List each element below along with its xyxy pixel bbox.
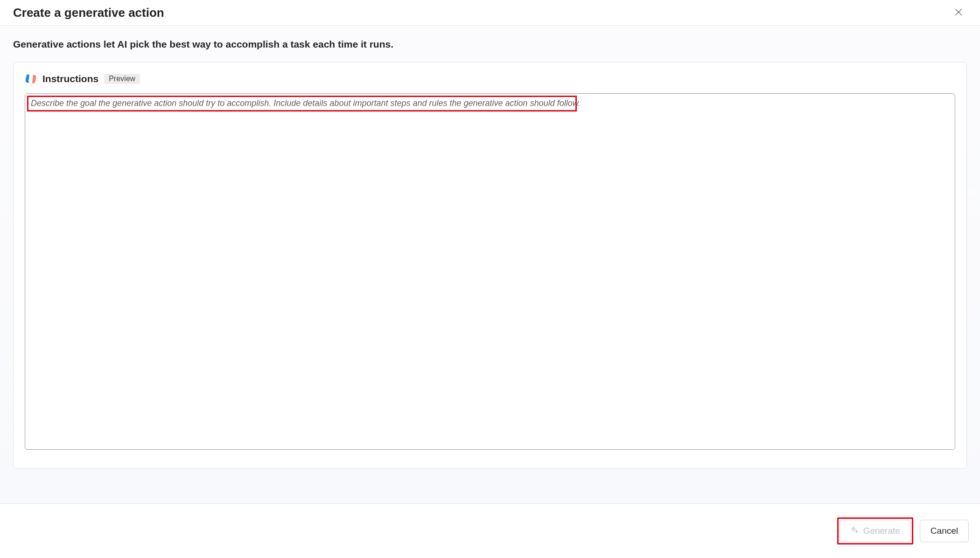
cancel-button[interactable]: Cancel	[920, 520, 969, 542]
dialog-title: Create a generative action	[13, 6, 164, 20]
close-icon	[954, 7, 963, 18]
dialog-description: Generative actions let AI pick the best …	[13, 26, 967, 62]
preview-badge: Preview	[104, 74, 140, 84]
generate-button[interactable]: Generate	[840, 520, 911, 542]
dialog-body: Generative actions let AI pick the best …	[0, 26, 980, 503]
instructions-textarea[interactable]	[25, 94, 955, 449]
generate-button-label: Generate	[863, 526, 900, 536]
copilot-icon	[25, 73, 37, 85]
instructions-field-wrap	[25, 93, 955, 450]
dialog-footer: Generate Cancel	[0, 503, 980, 558]
instructions-header: Instructions Preview	[25, 73, 955, 85]
close-button[interactable]	[950, 4, 967, 21]
dialog-header: Create a generative action	[0, 0, 980, 26]
instructions-card: Instructions Preview	[13, 62, 967, 469]
cancel-button-label: Cancel	[931, 526, 958, 536]
instructions-label: Instructions	[42, 73, 98, 84]
highlight-generate: Generate	[837, 517, 913, 544]
sparkle-icon	[850, 526, 859, 537]
